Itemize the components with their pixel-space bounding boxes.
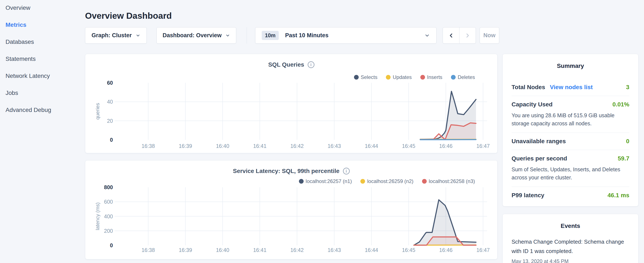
svg-text:16:47: 16:47 — [476, 143, 490, 149]
view-nodes-list-link[interactable]: View nodes list — [550, 84, 593, 91]
svg-text:16:45: 16:45 — [402, 247, 416, 253]
sidebar-item-databases[interactable]: Databases — [6, 39, 51, 45]
sidebar-item-overview[interactable]: Overview — [6, 5, 51, 11]
svg-text:latency (ms): latency (ms) — [94, 202, 100, 230]
summary-row: Unavailable ranges0 — [512, 133, 629, 150]
time-scale-badge: 10m — [262, 31, 279, 40]
time-range-prev-button[interactable] — [443, 28, 459, 43]
event-timestamp: May 13, 2020 at 4:45 PM — [512, 258, 629, 263]
events-panel: Events Schema Change Completed: Schema c… — [502, 214, 638, 263]
service-latency-chart: 16:3816:3916:4016:4116:4216:4316:4416:45… — [85, 160, 498, 259]
svg-text:16:38: 16:38 — [142, 247, 155, 253]
svg-text:16:41: 16:41 — [253, 247, 266, 253]
svg-text:0: 0 — [110, 137, 113, 143]
summary-row-label: Total Nodes — [512, 84, 545, 91]
event-text: Schema Change Completed: Schema change w… — [512, 237, 629, 256]
summary-row: P99 latency46.1 ms — [512, 187, 629, 204]
svg-text:800: 800 — [104, 184, 113, 190]
now-button[interactable]: Now — [480, 27, 499, 44]
svg-text:16:38: 16:38 — [142, 143, 155, 149]
chevron-right-icon — [465, 33, 470, 38]
chevron-left-icon — [448, 33, 454, 38]
summary-row-value: 59.7 — [618, 155, 630, 162]
svg-text:600: 600 — [104, 199, 113, 205]
time-range-step-group — [443, 27, 476, 44]
svg-text:16:44: 16:44 — [365, 247, 378, 253]
svg-text:16:39: 16:39 — [179, 247, 192, 253]
summary-row-label: Unavailable ranges — [512, 138, 566, 145]
summary-row-value: 0.01% — [612, 101, 629, 108]
summary-row: Capacity Used0.01%You are using 28.6 MiB… — [512, 96, 629, 133]
dashboard-dropdown-label: Dashboard: Overview — [163, 32, 222, 39]
events-title: Events — [502, 222, 638, 229]
summary-row-subtext: Sum of Selects, Updates, Inserts, and De… — [512, 165, 629, 181]
svg-text:400: 400 — [104, 213, 113, 219]
summary-row-label: Queries per second — [512, 155, 567, 162]
sidebar-item-jobs[interactable]: Jobs — [6, 90, 51, 96]
svg-text:16:40: 16:40 — [216, 247, 230, 253]
svg-text:0: 0 — [110, 242, 113, 248]
graph-dropdown[interactable]: Graph: Cluster — [85, 27, 147, 44]
svg-text:16:41: 16:41 — [253, 143, 266, 149]
svg-text:16:47: 16:47 — [476, 247, 490, 253]
summary-row-subtext: You are using 28.6 MiB of 515.9 GiB usab… — [512, 111, 629, 127]
service-latency-chart-card: Service Latency: SQL, 99th percentile i … — [85, 160, 498, 259]
svg-text:queries: queries — [94, 103, 100, 120]
svg-text:16:42: 16:42 — [290, 247, 304, 253]
svg-text:16:46: 16:46 — [439, 143, 453, 149]
summary-row-value: 46.1 ms — [608, 192, 629, 199]
svg-text:16:42: 16:42 — [290, 143, 304, 149]
chevron-down-icon — [225, 33, 230, 38]
summary-row-value: 0 — [626, 138, 629, 145]
sql-queries-chart: 16:3816:3916:4016:4116:4216:4316:4416:45… — [85, 54, 498, 153]
sidebar-item-metrics[interactable]: Metrics — [6, 22, 51, 28]
summary-row-label: P99 latency — [512, 192, 544, 199]
summary-title: Summary — [502, 63, 638, 69]
page-title: Overview Dashboard — [85, 11, 172, 21]
sidebar-item-network-latency[interactable]: Network Latency — [6, 73, 51, 79]
svg-text:16:44: 16:44 — [365, 143, 378, 149]
time-range-dropdown[interactable]: 10m Past 10 Minutes — [255, 27, 436, 44]
chevron-down-icon — [136, 33, 140, 38]
summary-row-label: Capacity Used — [512, 101, 552, 108]
graph-dropdown-label: Graph: Cluster — [92, 32, 132, 39]
svg-text:20: 20 — [107, 118, 113, 124]
chevron-down-icon — [424, 33, 430, 38]
summary-panel: Summary Total NodesView nodes list3Capac… — [502, 54, 638, 206]
time-range-next-button[interactable] — [459, 28, 476, 43]
sql-queries-chart-card: SQL Queries i SelectsUpdatesInsertsDelet… — [85, 54, 498, 153]
svg-text:16:45: 16:45 — [402, 143, 416, 149]
summary-row-value: 3 — [626, 84, 629, 91]
summary-row: Queries per second59.7Sum of Selects, Up… — [512, 150, 629, 187]
svg-text:40: 40 — [107, 99, 113, 105]
svg-text:16:40: 16:40 — [216, 143, 230, 149]
summary-row: Total NodesView nodes list3 — [512, 79, 629, 96]
sidebar-item-statements[interactable]: Statements — [6, 56, 51, 62]
sidebar: OverviewMetricsDatabasesStatementsNetwor… — [6, 5, 51, 124]
svg-text:16:39: 16:39 — [179, 143, 192, 149]
sidebar-item-advanced-debug[interactable]: Advanced Debug — [6, 107, 51, 113]
svg-text:16:43: 16:43 — [328, 247, 341, 253]
dashboard-dropdown[interactable]: Dashboard: Overview — [156, 27, 236, 44]
svg-text:60: 60 — [107, 80, 113, 86]
time-scale-label: Past 10 Minutes — [285, 32, 328, 39]
svg-text:16:46: 16:46 — [439, 247, 453, 253]
svg-text:200: 200 — [104, 228, 113, 234]
svg-text:16:43: 16:43 — [328, 143, 341, 149]
